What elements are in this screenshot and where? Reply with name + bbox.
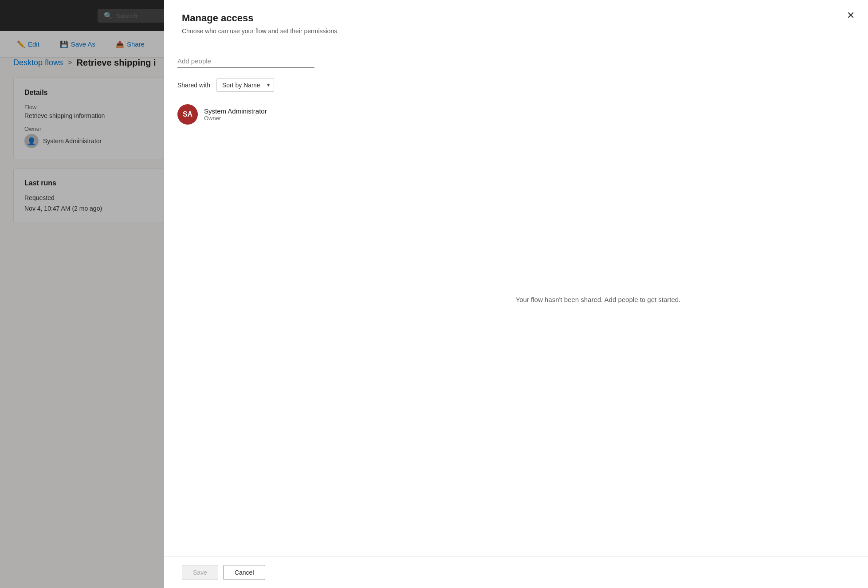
modal-body: Shared with Sort by Name Sort by Role ▾ … — [164, 42, 868, 557]
modal-right-panel: Your flow hasn't been shared. Add people… — [328, 42, 868, 557]
user-role: Owner — [204, 115, 267, 122]
user-entry: SA System Administrator Owner — [177, 101, 314, 128]
user-info: System Administrator Owner — [204, 107, 267, 122]
sort-select-wrapper[interactable]: Sort by Name Sort by Role ▾ — [216, 78, 274, 92]
shared-with-row: Shared with Sort by Name Sort by Role ▾ — [177, 78, 314, 92]
cancel-button[interactable]: Cancel — [224, 565, 265, 580]
user-name: System Administrator — [204, 107, 267, 115]
user-avatar: SA — [177, 104, 198, 125]
modal-title: Manage access — [182, 12, 850, 24]
modal-footer: Save Cancel — [164, 557, 868, 588]
modal-close-button[interactable]: ✕ — [847, 11, 855, 20]
modal-left-panel: Shared with Sort by Name Sort by Role ▾ … — [164, 42, 328, 557]
modal-panel: Manage access Choose who can use your fl… — [164, 0, 868, 588]
sort-select[interactable]: Sort by Name Sort by Role — [216, 78, 274, 92]
modal-subtitle: Choose who can use your flow and set the… — [182, 27, 850, 35]
modal-header: Manage access Choose who can use your fl… — [164, 0, 868, 42]
shared-with-label: Shared with — [177, 82, 210, 89]
save-button[interactable]: Save — [182, 565, 218, 580]
no-share-message: Your flow hasn't been shared. Add people… — [516, 296, 681, 303]
add-people-input[interactable] — [177, 55, 314, 68]
